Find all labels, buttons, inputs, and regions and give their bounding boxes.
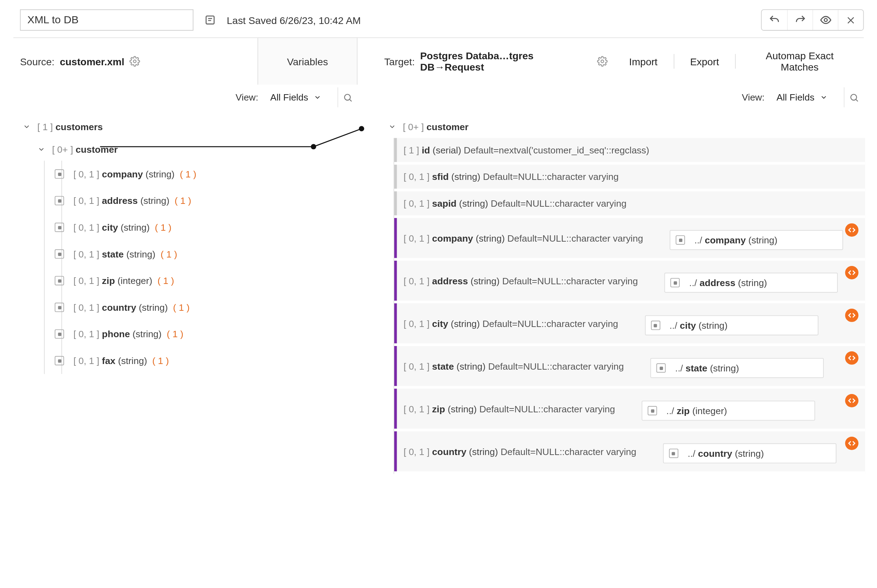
field-icon <box>55 356 64 365</box>
tree-node-customer[interactable]: [ 0+ ] customer <box>385 116 865 138</box>
svg-point-7 <box>601 60 604 63</box>
field-icon <box>55 196 64 205</box>
field-icon <box>55 303 64 312</box>
tree-leaf-zip[interactable]: [ 0, 1 ] zip (integer) ( 1 ) <box>20 267 359 294</box>
mapping-source[interactable]: ../ company (string) <box>670 230 843 250</box>
source-label: Source: <box>20 56 55 67</box>
script-badge-icon[interactable] <box>845 309 859 322</box>
mapping-source[interactable]: ../ address (string) <box>665 273 838 293</box>
tree-leaf-country[interactable]: [ 0, 1 ] country (string) ( 1 ) <box>20 294 359 321</box>
target-field-zip[interactable]: [ 0, 1 ] zip (string) Default=NULL::char… <box>394 389 865 431</box>
mapping-source[interactable]: ../ zip (integer) <box>641 401 815 421</box>
chevron-down-icon <box>820 93 828 102</box>
view-row: View: All Fields View: All Fields <box>0 85 877 112</box>
view-label: View: <box>236 92 258 103</box>
mapping-source[interactable]: ../ country (string) <box>663 443 836 464</box>
field-icon <box>676 235 685 244</box>
header-row: Source: customer.xml Variables Target: P… <box>0 38 877 85</box>
target-field-id[interactable]: [ 1 ] id (serial) Default=nextval('custo… <box>394 138 865 165</box>
svg-line-11 <box>856 99 857 101</box>
mapping-source[interactable]: ../ city (string) <box>645 315 818 336</box>
tab-variables[interactable]: Variables <box>258 38 358 85</box>
field-icon <box>647 406 657 415</box>
tree-node-root[interactable]: [ 1 ] customers <box>20 116 359 138</box>
field-icon <box>671 278 680 287</box>
field-icon <box>656 363 665 372</box>
view-dropdown[interactable]: All Fields <box>776 92 832 103</box>
tree-leaf-city[interactable]: [ 0, 1 ] city (string) ( 1 ) <box>20 214 359 241</box>
tab-variables-label: Variables <box>287 56 328 67</box>
search-icon <box>849 92 859 102</box>
target-panel: [ 0+ ] customer [ 1 ] id (serial) Defaul… <box>359 116 865 474</box>
svg-line-9 <box>350 99 351 101</box>
import-button[interactable]: Import <box>613 51 673 71</box>
redo-button[interactable] <box>787 10 812 30</box>
field-icon <box>669 448 678 458</box>
preview-button[interactable] <box>812 10 838 30</box>
target-field-company[interactable]: [ 0, 1 ] company (string) Default=NULL::… <box>394 218 865 261</box>
field-icon <box>55 169 64 178</box>
top-bar: Last Saved 6/26/23, 10:42 AM <box>0 0 877 38</box>
search-button[interactable] <box>844 87 864 108</box>
svg-point-10 <box>851 94 857 100</box>
script-badge-icon[interactable] <box>845 351 859 365</box>
undo-button[interactable] <box>761 10 787 30</box>
target-label: Target: <box>384 56 415 67</box>
tree-leaf-company[interactable]: [ 0, 1 ] company (string) ( 1 ) <box>20 160 359 187</box>
tree-leaf-state[interactable]: [ 0, 1 ] state (string) ( 1 ) <box>20 240 359 267</box>
target-field-address[interactable]: [ 0, 1 ] address (string) Default=NULL::… <box>394 261 865 303</box>
chevron-down-icon[interactable] <box>38 146 47 153</box>
search-button[interactable] <box>337 87 357 108</box>
script-badge-icon[interactable] <box>845 223 859 237</box>
field-icon <box>651 321 660 330</box>
mapping-source[interactable]: ../ state (string) <box>650 358 824 378</box>
tree-leaf-fax[interactable]: [ 0, 1 ] fax (string) ( 1 ) <box>20 348 359 374</box>
script-badge-icon[interactable] <box>845 436 859 450</box>
tree-node-customer[interactable]: [ 0+ ] customer <box>20 138 359 160</box>
automap-button[interactable]: Automap Exact Matches <box>736 46 863 76</box>
chevron-down-icon[interactable] <box>23 123 32 131</box>
source-value: customer.xml <box>60 56 125 67</box>
source-panel: [ 1 ] customers [ 0+ ] customer [ 0, 1 ]… <box>20 116 359 474</box>
target-field-sfid[interactable]: [ 0, 1 ] sfid (string) Default=NULL::cha… <box>394 165 865 192</box>
gear-icon[interactable] <box>129 56 140 67</box>
tree-leaf-address[interactable]: [ 0, 1 ] address (string) ( 1 ) <box>20 187 359 214</box>
svg-point-3 <box>824 18 827 21</box>
close-button[interactable] <box>838 10 863 30</box>
view-dropdown[interactable]: All Fields <box>270 92 325 103</box>
title-input[interactable] <box>20 9 194 30</box>
last-saved: Last Saved 6/26/23, 10:42 AM <box>227 15 361 26</box>
search-icon <box>343 92 353 102</box>
target-field-sapid[interactable]: [ 0, 1 ] sapid (string) Default=NULL::ch… <box>394 191 865 218</box>
field-icon <box>55 223 64 232</box>
gear-icon[interactable] <box>597 56 608 67</box>
chevron-down-icon[interactable] <box>388 123 397 131</box>
tree-leaf-phone[interactable]: [ 0, 1 ] phone (string) ( 1 ) <box>20 321 359 348</box>
chevron-down-icon <box>313 93 321 102</box>
view-value: All Fields <box>776 92 814 103</box>
view-value: All Fields <box>270 92 308 103</box>
field-icon <box>55 330 64 339</box>
main-body: [ 1 ] customers [ 0+ ] customer [ 0, 1 ]… <box>0 112 877 474</box>
view-label: View: <box>742 92 764 103</box>
field-icon <box>55 249 64 258</box>
svg-point-8 <box>344 94 350 100</box>
script-badge-icon[interactable] <box>845 394 859 407</box>
target-field-city[interactable]: [ 0, 1 ] city (string) Default=NULL::cha… <box>394 303 865 346</box>
target-field-state[interactable]: [ 0, 1 ] state (string) Default=NULL::ch… <box>394 346 865 389</box>
notes-icon[interactable] <box>204 14 216 26</box>
action-group <box>761 9 863 30</box>
target-field-country[interactable]: [ 0, 1 ] country (string) Default=NULL::… <box>394 431 865 474</box>
target-value: Postgres Databa…tgres DB→Request <box>420 50 592 73</box>
script-badge-icon[interactable] <box>845 266 859 279</box>
field-icon <box>55 276 64 285</box>
export-button[interactable]: Export <box>674 51 735 71</box>
svg-point-6 <box>134 60 137 63</box>
